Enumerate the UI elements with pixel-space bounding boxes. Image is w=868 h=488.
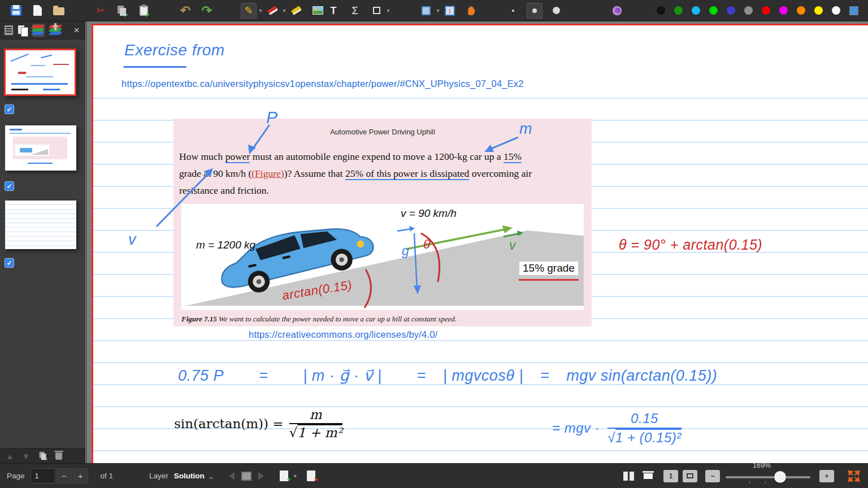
paired-pages-icon[interactable] xyxy=(622,469,636,483)
page-number-input[interactable] xyxy=(31,468,55,483)
eq-equals: = xyxy=(259,367,268,385)
redo-icon[interactable]: ↷ xyxy=(199,3,215,19)
math-tex-icon[interactable]: Σ xyxy=(347,3,363,19)
color-chooser-icon[interactable] xyxy=(849,6,858,15)
eraser-tool-icon[interactable] xyxy=(264,3,280,19)
fullscreen-icon[interactable] xyxy=(847,469,861,483)
color-swatch-darkgreen[interactable] xyxy=(674,6,683,15)
typeset-fraction: m √1 + m² xyxy=(289,407,342,440)
xournal-window: ✂ ↶ ↷ ✎ ▾ ▾ T Σ ▾ ▾ ↕ xyxy=(0,0,868,488)
color-swatch-green[interactable] xyxy=(709,6,718,15)
annotation-v: v xyxy=(128,231,136,249)
tab-contents-icon[interactable] xyxy=(5,24,13,37)
layer-visibility-checkbox-1[interactable]: ✓ xyxy=(5,104,14,114)
shape-dropdown-caret[interactable]: ▾ xyxy=(384,7,392,14)
layer-thumbnail-combined[interactable] xyxy=(4,49,76,96)
color-swatch-yellow[interactable] xyxy=(814,6,823,15)
undo-icon[interactable]: ↶ xyxy=(177,3,193,19)
zoom-100-button[interactable]: 1 xyxy=(663,470,678,482)
handwritten-equation-2: = mgv · 0.15 √1 + (0.15)² xyxy=(552,411,682,446)
zoom-slider-thumb[interactable] xyxy=(774,471,786,483)
layer-visibility-checkbox-3[interactable]: ✓ xyxy=(5,258,14,268)
pen-size-medium-icon[interactable] xyxy=(527,3,542,19)
delete-page-icon[interactable]: × xyxy=(303,469,318,483)
page-count-label: of 1 xyxy=(101,472,114,480)
color-swatch-indigo[interactable] xyxy=(727,6,735,15)
page-label: Page xyxy=(7,472,25,480)
tab-page-preview-icon[interactable] xyxy=(18,24,27,37)
add-page-icon[interactable]: + xyxy=(276,469,291,483)
zoom-tick xyxy=(749,481,750,484)
pen-size-fine-icon[interactable] xyxy=(505,3,521,19)
layer-thumbnail-solution[interactable] xyxy=(5,125,76,171)
open-folder-icon[interactable] xyxy=(51,3,67,19)
pen-tool-icon[interactable]: ✎ xyxy=(241,3,257,19)
add-page-dropdown-caret[interactable]: ▾ xyxy=(291,473,299,479)
layer-dropdown-caret[interactable]: ⌄ xyxy=(208,472,214,481)
next-layer-icon[interactable] xyxy=(254,469,268,483)
sidebar-close-icon[interactable]: × xyxy=(72,24,81,37)
fill-toggle-icon[interactable] xyxy=(609,3,625,19)
zoom-slider[interactable]: 169% xyxy=(726,468,810,485)
pen-dropdown-caret[interactable]: ▾ xyxy=(257,7,264,14)
select-dropdown-caret[interactable]: ▾ xyxy=(434,7,442,14)
eq-term: | m · g⃗ · v⃗ | xyxy=(303,367,381,385)
layer-preview-toggle-icon[interactable] xyxy=(239,469,254,483)
layer-label: Layer xyxy=(149,472,168,480)
highlighter-tool-icon[interactable] xyxy=(288,3,304,19)
sidebar-action-bar: ▲ ▼ xyxy=(0,448,85,463)
zoom-in-button[interactable]: + xyxy=(819,470,834,482)
typeset-equation[interactable]: sin(arctan(m)) = m √1 + m² xyxy=(174,407,342,440)
vertical-space-icon[interactable]: ↕ xyxy=(442,3,458,19)
move-layer-up-icon[interactable]: ▲ xyxy=(6,451,14,461)
tab-layerstack-preview-icon[interactable] xyxy=(50,24,62,37)
move-layer-down-icon[interactable]: ▼ xyxy=(22,451,31,461)
page-decrement-button[interactable]: − xyxy=(57,468,72,483)
save-icon[interactable] xyxy=(8,3,24,19)
annotation-arrows xyxy=(93,25,868,463)
color-swatch-black[interactable] xyxy=(657,6,665,15)
layer-thumbnail-background[interactable] xyxy=(5,201,76,249)
color-swatch-red[interactable] xyxy=(762,6,770,15)
select-tool-icon[interactable] xyxy=(418,3,434,19)
zoom-fit-button[interactable] xyxy=(683,470,697,482)
new-file-icon[interactable] xyxy=(29,3,45,19)
hand-tool-icon[interactable] xyxy=(463,3,479,19)
zoom-level-label: 169% xyxy=(753,461,771,469)
layer-selector[interactable]: Solution xyxy=(174,472,205,480)
eraser-dropdown-caret[interactable]: ▾ xyxy=(280,7,288,14)
tab-layer-preview-icon[interactable] xyxy=(32,24,45,37)
shape-tool-icon[interactable] xyxy=(368,3,384,19)
color-swatch-cyan[interactable] xyxy=(692,6,700,15)
color-swatch-orange[interactable] xyxy=(797,6,805,15)
eq-term: mgv sin(arctan(0.15)) xyxy=(566,367,717,385)
copy-icon[interactable] xyxy=(114,3,130,19)
duplicate-layer-icon[interactable] xyxy=(39,452,46,460)
color-swatch-magenta[interactable] xyxy=(779,6,788,15)
cut-icon[interactable]: ✂ xyxy=(93,3,108,19)
zoom-out-button[interactable]: − xyxy=(705,470,720,482)
eq-equals: = xyxy=(540,367,549,385)
eq2-prefix: = mgv · xyxy=(552,420,600,436)
annotation-m: m xyxy=(519,120,532,138)
presentation-mode-icon[interactable] xyxy=(641,469,656,483)
document-canvas[interactable]: Exercise from https://opentextbc.ca/univ… xyxy=(86,21,868,463)
paste-icon[interactable] xyxy=(136,3,151,19)
handwritten-equation-row: 0.75 P = | m · g⃗ · v⃗ | = | mgvcosθ | =… xyxy=(178,367,717,385)
eq-term: 0.75 P xyxy=(178,367,224,385)
color-swatch-gray[interactable] xyxy=(744,6,753,15)
annotation-P: P xyxy=(266,108,278,127)
eq2-fraction: 0.15 √1 + (0.15)² xyxy=(607,411,682,446)
eq-term: | mgvcosθ | xyxy=(443,367,523,385)
text-tool-icon[interactable]: T xyxy=(326,3,341,19)
notebook-page[interactable]: Exercise from https://opentextbc.ca/univ… xyxy=(92,24,868,463)
pen-size-thick-icon[interactable] xyxy=(548,3,564,19)
prev-layer-icon[interactable] xyxy=(224,469,239,483)
layer-visibility-checkbox-2[interactable]: ✓ xyxy=(5,181,14,191)
insert-image-icon[interactable] xyxy=(310,3,326,19)
color-swatch-white[interactable] xyxy=(832,6,840,15)
zoom-slider-track[interactable] xyxy=(726,476,810,478)
delete-layer-icon[interactable] xyxy=(55,452,62,460)
typeset-lhs: sin(arctan(m)) = xyxy=(174,416,284,431)
page-increment-button[interactable]: + xyxy=(73,468,88,483)
